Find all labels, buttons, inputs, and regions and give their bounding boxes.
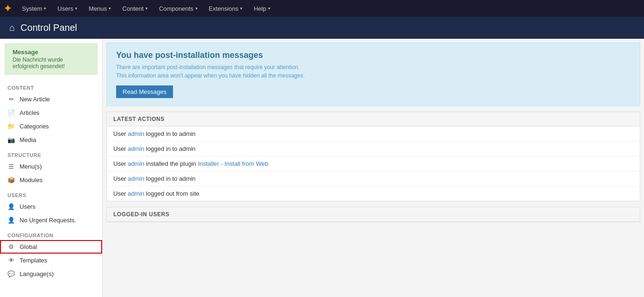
- sidebar-label-no-urgent: No Urgent Requests.: [20, 217, 76, 224]
- sidebar-label-users: Users: [20, 203, 35, 210]
- content-arrow: ▾: [145, 6, 148, 11]
- users-arrow: ▾: [75, 6, 77, 11]
- joomla-logo[interactable]: ✦: [4, 3, 12, 14]
- sidebar-label-modules: Modules: [20, 177, 42, 184]
- sidebar-label-categories: Categories: [20, 123, 49, 130]
- sidebar-section-configuration: CONFIGURATION: [0, 227, 102, 240]
- sidebar-item-menus[interactable]: ☰ Menu(s): [0, 160, 102, 173]
- action-row-5: User admin logged out from site: [107, 186, 640, 201]
- pencil-icon: ✏: [7, 96, 15, 103]
- action-rest-2: logged in to admin: [144, 145, 195, 152]
- users-label: Users: [57, 5, 73, 12]
- action-rest-1: logged in to admin: [144, 130, 195, 137]
- action-link-5[interactable]: admin: [128, 190, 144, 197]
- sidebar-label-templates: Templates: [20, 257, 47, 264]
- sidebar-item-new-article[interactable]: ✏ New Article: [0, 92, 102, 106]
- components-arrow: ▾: [195, 6, 198, 11]
- page-title: Control Panel: [21, 22, 77, 33]
- latest-actions-header: LATEST ACTIONS: [107, 112, 640, 127]
- post-install-line2: This information area won't appear when …: [116, 72, 630, 79]
- sidebar-item-media[interactable]: 📷 Media: [0, 133, 102, 147]
- system-arrow: ▾: [44, 6, 46, 11]
- help-arrow: ▾: [268, 6, 270, 11]
- action-text-4: User: [113, 175, 128, 182]
- sidebar-item-templates[interactable]: 👁 Templates: [0, 254, 102, 267]
- alert-body: Die Nachricht wurde erfolgreich gesendet…: [13, 57, 90, 70]
- box-icon: 📦: [7, 177, 15, 184]
- sidebar-section-structure: STRUCTURE: [0, 147, 102, 160]
- sidebar-section-users: USERS: [0, 187, 102, 200]
- action-link-2[interactable]: admin: [128, 145, 144, 152]
- extensions-arrow: ▾: [240, 6, 242, 11]
- topbar-components[interactable]: Components ▾: [154, 0, 202, 17]
- sidebar-item-global[interactable]: ⚙ Global: [0, 240, 102, 254]
- menus-label: Menus: [89, 5, 107, 12]
- sidebar-label-articles: Articles: [20, 109, 40, 116]
- sidebar-item-users[interactable]: 👤 Users: [0, 200, 102, 213]
- sidebar-label-global: Global: [20, 243, 37, 250]
- logged-in-users-panel: LOGGED-IN USERS: [106, 207, 640, 222]
- sidebar: Message Die Nachricht wurde erfolgreich …: [0, 39, 103, 297]
- sidebar-item-modules[interactable]: 📦 Modules: [0, 173, 102, 187]
- components-label: Components: [159, 5, 194, 12]
- topbar-extensions[interactable]: Extensions ▾: [204, 0, 248, 17]
- app-layout: ✦ System ▾ Users ▾ Menus ▾ Content ▾ Com…: [0, 0, 644, 297]
- action-text-5: User: [113, 190, 128, 197]
- post-install-title: You have post-installation messages: [116, 50, 630, 60]
- topbar-users[interactable]: Users ▾: [53, 0, 82, 17]
- action-rest-4: logged in to admin: [144, 175, 195, 182]
- topbar-help[interactable]: Help ▾: [249, 0, 275, 17]
- content-label: Content: [122, 5, 144, 12]
- latest-actions-panel: LATEST ACTIONS User admin logged in to a…: [106, 112, 640, 201]
- sidebar-label-media: Media: [20, 136, 36, 143]
- sidebar-label-new-article: New Article: [20, 96, 50, 103]
- action-rest-3: installed the plugin: [144, 160, 198, 167]
- action-row-2: User admin logged in to admin: [107, 141, 640, 156]
- sidebar-item-categories[interactable]: 📁 Categories: [0, 120, 102, 133]
- topbar-system[interactable]: System ▾: [17, 0, 51, 17]
- user-icon: 👤: [7, 203, 15, 210]
- content-inner: You have post-installation messages Ther…: [103, 39, 644, 232]
- sidebar-item-languages[interactable]: 💬 Language(s): [0, 267, 102, 281]
- eye-icon: 👁: [7, 257, 15, 264]
- action-link-1[interactable]: admin: [128, 130, 144, 137]
- body-area: Message Die Nachricht wurde erfolgreich …: [0, 39, 644, 297]
- post-install-line1: There are important post-installation me…: [116, 64, 630, 71]
- sidebar-label-languages: Language(s): [20, 270, 54, 277]
- read-messages-button[interactable]: Read Messages: [116, 85, 173, 98]
- menus-arrow: ▾: [109, 6, 111, 11]
- content-area: You have post-installation messages Ther…: [103, 39, 644, 297]
- speech-icon: 💬: [7, 270, 15, 277]
- page-header: ⌂ Control Panel: [0, 17, 644, 39]
- action-text-2: User: [113, 145, 128, 152]
- post-install-box: You have post-installation messages Ther…: [106, 42, 640, 106]
- action-rest-5: logged out from site: [144, 190, 199, 197]
- action-row-3: User admin installed the plugin Installe…: [107, 156, 640, 171]
- folder-icon: 📁: [7, 123, 15, 130]
- home-icon: ⌂: [9, 22, 15, 33]
- sidebar-item-articles[interactable]: 📄 Articles: [0, 106, 102, 120]
- action-text-3: User: [113, 160, 128, 167]
- sidebar-label-menus: Menu(s): [20, 163, 42, 170]
- system-label: System: [22, 5, 42, 12]
- help-label: Help: [254, 5, 266, 12]
- menu-icon: ☰: [7, 163, 15, 170]
- action-link-4[interactable]: admin: [128, 175, 144, 182]
- media-icon: 📷: [7, 136, 15, 143]
- topbar: ✦ System ▾ Users ▾ Menus ▾ Content ▾ Com…: [0, 0, 644, 17]
- gear-icon: ⚙: [7, 243, 15, 250]
- document-icon: 📄: [7, 109, 15, 116]
- extensions-label: Extensions: [209, 5, 239, 12]
- user-check-icon: 👤: [7, 217, 15, 224]
- sidebar-item-no-urgent[interactable]: 👤 No Urgent Requests.: [0, 213, 102, 227]
- action-link-plugin[interactable]: Installer - Install from Web: [198, 160, 268, 167]
- action-row-1: User admin logged in to admin: [107, 127, 640, 141]
- alert-title: Message: [13, 49, 90, 56]
- action-link-3[interactable]: admin: [128, 160, 144, 167]
- topbar-menus[interactable]: Menus ▾: [84, 0, 116, 17]
- action-text-1: User: [113, 130, 128, 137]
- topbar-content[interactable]: Content ▾: [118, 0, 152, 17]
- logged-in-users-header: LOGGED-IN USERS: [107, 207, 640, 222]
- alert-message: Message Die Nachricht wurde erfolgreich …: [5, 43, 97, 75]
- action-row-4: User admin logged in to admin: [107, 171, 640, 186]
